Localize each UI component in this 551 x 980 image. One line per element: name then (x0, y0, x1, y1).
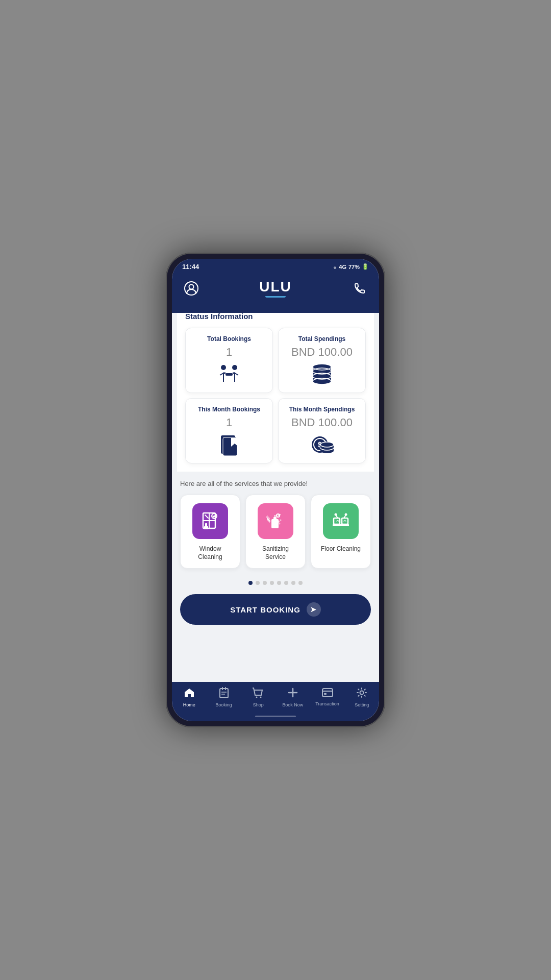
month-bookings-label: This Month Bookings (192, 406, 266, 413)
transaction-icon (322, 688, 333, 700)
coins-stack-icon (285, 363, 359, 385)
bottom-nav: Home Booking (172, 682, 379, 716)
month-spendings-card[interactable]: This Month Spendings BND 100.00 $ (278, 398, 366, 463)
setting-icon (356, 687, 367, 701)
svg-point-41 (279, 523, 281, 525)
svg-rect-44 (342, 518, 348, 524)
total-bookings-label: Total Bookings (192, 335, 266, 342)
sanitizing-icon-wrap (258, 503, 293, 539)
booking-arrow-icon: ➤ (307, 602, 321, 617)
services-section: Here are all of the services that we pro… (172, 472, 379, 575)
status-section: Status Information Total Bookings 1 (177, 313, 374, 472)
booking-btn-wrap: START BOOKING ➤ (172, 589, 379, 633)
scroll-content[interactable]: Status Information Total Bookings 1 (172, 313, 379, 682)
window-cleaning-label: WindowCleaning (186, 545, 235, 561)
home-icon (184, 687, 195, 701)
pagination-dot-7[interactable] (291, 581, 295, 585)
dollar-coins-icon: $ (285, 433, 359, 456)
nav-booking[interactable]: Booking (207, 687, 241, 707)
svg-rect-4 (226, 373, 233, 376)
pagination-dot-3[interactable] (263, 581, 267, 585)
nav-shop[interactable]: Shop (241, 687, 276, 707)
svg-point-51 (260, 697, 262, 698)
nav-book-now[interactable]: Book Now (276, 687, 310, 707)
logo-underline (265, 296, 286, 298)
nav-home-label: Home (183, 702, 195, 707)
user-icon (184, 281, 198, 296)
plus-icon (287, 687, 298, 701)
battery-icon: 77% (348, 264, 360, 270)
floor-cleaning-label: Floor Cleaning (316, 545, 365, 553)
bookmark-book-icon (192, 433, 266, 456)
floor-cleaning-icon-wrap (323, 503, 359, 539)
svg-rect-33 (205, 523, 207, 527)
svg-rect-37 (274, 515, 276, 518)
services-row: WindowCleaning (180, 495, 371, 569)
window-cleaning-card[interactable]: WindowCleaning (180, 495, 240, 569)
svg-point-50 (256, 697, 258, 698)
month-bookings-card[interactable]: This Month Bookings 1 (185, 398, 273, 463)
phone-icon (354, 282, 366, 295)
month-spendings-value: BND 100.00 (285, 416, 359, 429)
month-bookings-value: 1 (192, 416, 266, 429)
nav-setting[interactable]: Setting (344, 687, 379, 707)
floor-cleaning-card[interactable]: Floor Cleaning (311, 495, 371, 569)
svg-point-1 (189, 284, 194, 289)
month-spendings-label: This Month Spendings (285, 406, 359, 413)
status-icons: ⬦ 4G 77% 🔋 (333, 263, 369, 270)
svg-point-2 (221, 365, 226, 370)
logo-text: ULU (259, 279, 292, 295)
nav-transaction[interactable]: Transaction (310, 688, 345, 706)
svg-point-40 (280, 520, 282, 521)
start-booking-button[interactable]: START BOOKING ➤ (180, 594, 371, 625)
total-bookings-value: 1 (192, 346, 266, 359)
network-icon: 4G (339, 264, 346, 270)
svg-rect-54 (322, 689, 333, 697)
battery-indicator: 🔋 (362, 263, 369, 270)
svg-point-39 (278, 521, 280, 523)
window-cleaning-icon-wrap (192, 503, 228, 539)
svg-point-28 (320, 442, 334, 447)
phone-screen: 11:44 ⬦ 4G 77% 🔋 ULU (172, 259, 379, 721)
svg-point-46 (345, 513, 347, 516)
nav-booking-label: Booking (215, 702, 232, 707)
pagination-dot-5[interactable] (277, 581, 281, 585)
svg-rect-35 (271, 519, 279, 528)
nav-book-now-label: Book Now (282, 702, 303, 707)
start-booking-label: START BOOKING (230, 605, 300, 614)
pagination-dot-1[interactable] (248, 581, 253, 585)
phone-frame: 11:44 ⬦ 4G 77% 🔋 ULU (166, 253, 385, 727)
signal-icon: ⬦ (333, 264, 337, 270)
status-time: 11:44 (182, 263, 199, 271)
stats-grid: Total Bookings 1 (185, 328, 366, 472)
nav-transaction-label: Transaction (315, 701, 339, 706)
profile-button[interactable] (182, 279, 201, 298)
nav-setting-label: Setting (355, 702, 369, 707)
total-spendings-label: Total Spendings (285, 335, 359, 342)
pagination-dot-8[interactable] (298, 581, 303, 585)
status-bar: 11:44 ⬦ 4G 77% 🔋 (172, 259, 379, 273)
app-logo: ULU (259, 279, 292, 298)
pagination-dots (172, 575, 379, 589)
total-spendings-card[interactable]: Total Spendings BND 100.00 (278, 328, 366, 393)
svg-point-57 (360, 691, 364, 695)
booking-icon (219, 687, 229, 701)
total-bookings-card[interactable]: Total Bookings 1 (185, 328, 273, 393)
status-title: Status Information (185, 313, 366, 321)
pagination-dot-4[interactable] (270, 581, 274, 585)
pagination-dot-6[interactable] (284, 581, 288, 585)
nav-home[interactable]: Home (172, 687, 207, 707)
svg-rect-56 (324, 693, 327, 695)
home-indicator-bar (255, 716, 296, 717)
phone-button[interactable] (350, 279, 369, 298)
svg-point-45 (335, 513, 337, 516)
app-header: ULU (172, 273, 379, 313)
sanitizing-service-label: SanitizingService (251, 545, 300, 561)
sanitizing-service-card[interactable]: SanitizingService (245, 495, 306, 569)
pagination-dot-2[interactable] (256, 581, 260, 585)
people-carrying-icon (192, 363, 266, 385)
total-spendings-value: BND 100.00 (285, 346, 359, 359)
shop-icon (253, 687, 264, 701)
svg-rect-47 (220, 689, 228, 698)
svg-point-3 (232, 365, 237, 370)
